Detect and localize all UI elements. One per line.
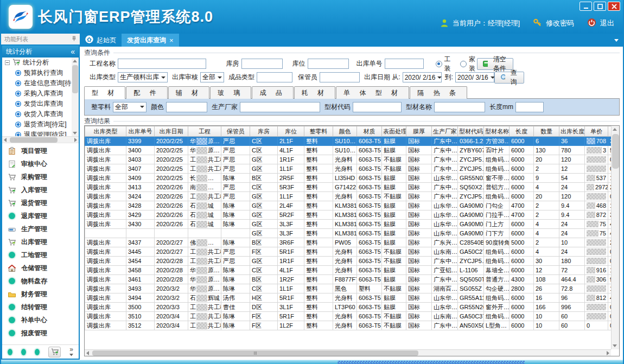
teal-dot-icon[interactable] [21, 349, 26, 355]
profile-code-input[interactable] [353, 102, 402, 112]
cart-quick-button[interactable] [48, 347, 61, 357]
tree-item[interactable]: 发货出库查询 [2, 99, 72, 109]
teal-dot-icon[interactable] [35, 349, 40, 355]
project-name-input[interactable] [118, 59, 206, 69]
sidebar-item-入库管理[interactable]: 入库管理 [2, 183, 79, 196]
overflow-chevron[interactable]: » [69, 347, 73, 357]
table-row[interactable]: 调拨出库34372020/2/27佛…陈琳B区3R6F整料PW056063-T5… [85, 238, 620, 247]
column-header-color[interactable]: 颜色 [333, 126, 357, 137]
table-row[interactable]: 调拨出库34932020/3/2华原…陈琳C区1L1F整料黑色塑料不贴膜国标湖南… [85, 284, 620, 293]
column-header-out_len[interactable]: 出库长度 [559, 126, 585, 137]
table-row[interactable]: 调拨出库34282020/2/26石城陈琳G区2L4F整料KLM38176063… [85, 201, 620, 210]
location-input[interactable] [308, 59, 349, 69]
column-header-film[interactable]: 膜厚 [406, 126, 432, 137]
clear-conditions-button[interactable]: 清空条件 [477, 58, 513, 70]
tree-root[interactable]: 统计分析 [2, 58, 72, 68]
minimize-button[interactable] [580, 2, 592, 11]
table-row[interactable]: 调拨出库35002020/3/3工共工程曹佳D区3L1F整料LT3P606063… [85, 303, 620, 312]
tree-item[interactable]: 预算执行查询 [2, 68, 72, 78]
material-tab[interactable]: 型 材 [84, 86, 125, 99]
table-row[interactable]: 调拨出库34032020/2/25工共工程严思G区1R1F整料光身料6063-T… [85, 155, 620, 164]
sidebar-item-退库管理[interactable]: 退库管理 [2, 209, 79, 222]
tree-expander-icon[interactable] [5, 60, 10, 65]
column-header-name[interactable]: 型材名称 [484, 126, 510, 137]
tree-horizontal-scrollbar[interactable] [2, 137, 79, 143]
warehouse-input[interactable] [241, 59, 283, 69]
maker-input[interactable] [240, 102, 320, 112]
table-row[interactable]: 调拨出库34292020/2/26石城陈琳G区5R2F整料KLM38176063… [85, 210, 620, 220]
column-header-code[interactable]: 型材代码 [458, 126, 484, 137]
sidebar-item-项目管理[interactable]: 项目管理 [2, 144, 79, 157]
tree-item[interactable]: 采购入库查询 [2, 88, 72, 99]
sidebar-item-财务管理[interactable]: 财务管理 [2, 288, 79, 301]
table-row[interactable]: 调拨出库34542020/2/28工共工程严思G区1R1F整料光身料6063-T… [85, 257, 620, 266]
material-tab[interactable]: 辅 材 [168, 86, 209, 99]
column-header-whole[interactable]: 整零料 [304, 126, 333, 137]
order-no-input[interactable] [385, 59, 424, 69]
sidebar-item-审核中心[interactable]: 审核中心 [2, 157, 79, 170]
column-header-date[interactable]: 出库日期 [155, 126, 188, 137]
column-header-length[interactable]: 长度 [510, 126, 534, 137]
table-row[interactable]: 调拨出库34132020/2/26南…严思C区5R3F整料G714226063-… [85, 183, 620, 192]
column-header-maker[interactable]: 生产厂家 [432, 126, 458, 137]
date-from-picker[interactable]: 2020/ 2/16 [403, 72, 442, 82]
table-vertical-scrollbar[interactable] [611, 126, 619, 349]
search-button[interactable]: 查 询 [494, 72, 524, 84]
tab-shipment-outbound-query[interactable]: 发货出库查询 × [122, 34, 179, 47]
change-password-link[interactable]: 修改密码 [546, 18, 574, 28]
column-header-keeper[interactable]: 保管员 [221, 126, 250, 137]
material-tab[interactable]: 玻 璃 [210, 86, 251, 99]
tree-item[interactable]: 退库管理[待定] [2, 130, 72, 137]
table-horizontal-scrollbar[interactable] [85, 349, 611, 356]
product-type-input[interactable] [257, 72, 292, 82]
material-tab[interactable]: 单 体 型 材 [336, 86, 409, 99]
length-input[interactable] [515, 102, 544, 112]
sidebar-item-结转管理[interactable]: 结转管理 [2, 301, 79, 314]
table-row[interactable]: 调拨出库34302020/2/26石城陈琳G区3L3F整料KLM38176063… [85, 220, 620, 229]
table-row[interactable]: 调拨出库34092020/2/25长…陈琳B区2R5F整料LI35HD6063-… [85, 174, 620, 183]
material-tab[interactable]: 成 品 [252, 86, 293, 99]
sidebar-item-采购管理[interactable]: 采购管理 [2, 170, 79, 183]
column-header-loc[interactable]: 库位 [278, 126, 304, 137]
tab-home[interactable]: 起始页 [80, 34, 122, 47]
sidebar-item-工地管理[interactable]: 工地管理 [2, 248, 79, 261]
table-row[interactable]: 调拨出库34612020/2/28华原…陈琳B区1R2F整料F8877FT606… [85, 275, 620, 284]
date-to-picker[interactable]: 2020/ 3/16 [455, 72, 494, 82]
column-header-type[interactable]: 出库类型 [85, 126, 126, 137]
audit-select[interactable]: 全部 [200, 72, 224, 82]
tab-list-dropdown-icon[interactable] [614, 39, 619, 42]
column-header-material[interactable]: 材质 [357, 126, 382, 137]
color-input[interactable] [166, 102, 207, 112]
column-header-no[interactable]: 出库单号 [126, 126, 155, 137]
column-header-surface[interactable]: 表面处理 [382, 126, 406, 137]
radio-jiazhuang[interactable] [460, 61, 467, 67]
sidebar-item-物料盘存[interactable]: 物料盘存 [2, 274, 79, 288]
table-row[interactable]: 调拨出库35102020/3/4工共工程陈琳F区5R1F整料光身料6063-T5… [85, 312, 620, 321]
radio-gongzhuang[interactable] [436, 61, 442, 67]
sidebar-item-出库管理[interactable]: 出库管理 [2, 235, 79, 248]
tab-close-icon[interactable]: × [169, 36, 174, 44]
table-row[interactable]: 调拨出库35122020/3/4工共工程陈琳F区1L2F整料光身料6063-T5… [85, 321, 620, 330]
material-tab[interactable]: 隔 热 条 [410, 86, 467, 99]
column-header-room[interactable]: 库房 [250, 126, 278, 137]
collapse-icon[interactable]: « [71, 47, 75, 56]
material-tab[interactable]: 配 件 [126, 86, 167, 99]
sidebar-item-补单中心[interactable]: 补单中心 [2, 314, 79, 327]
table-row[interactable]: G区3L3F整料KLM38176063-T5贴膜国标山东华…GA90M09.门下… [85, 229, 620, 238]
tree-item[interactable]: 在途信息查询[待 [2, 78, 72, 88]
tree-item[interactable]: 收货入库查询 [2, 109, 72, 119]
sidebar-item-仓储管理[interactable]: 仓储管理 [2, 261, 79, 274]
profile-name-input[interactable] [434, 102, 485, 112]
maximize-button[interactable] [594, 2, 606, 11]
sidebar-section-header[interactable]: 统计分析 « [2, 46, 79, 58]
pin-icon[interactable] [72, 36, 77, 42]
logout-link[interactable]: 退出 [600, 18, 614, 28]
table-row[interactable]: 调拨出库34002020/2/25华原…严思C区4L1F整料SU10…6063-… [85, 146, 620, 155]
out-type-select[interactable]: 生产领料出库 [118, 72, 168, 82]
table-row[interactable]: 调拨出库34582020/2/28华原…陈琳C区4L1F整料光身料6063-T5… [85, 266, 620, 275]
sidebar-item-报废管理[interactable]: 报废管理 [2, 327, 79, 340]
tree-vertical-scrollbar[interactable] [72, 58, 79, 137]
table-row[interactable]: 调拨出库33992020/2/25华原…严思C区2L1F整料SU10…6063-… [85, 137, 620, 146]
whole-piece-select[interactable]: 全部 [113, 102, 147, 112]
table-row[interactable]: 调拨出库34452020/2/27工共工程严思F区5R1F整料光身料6063-T… [85, 247, 620, 257]
